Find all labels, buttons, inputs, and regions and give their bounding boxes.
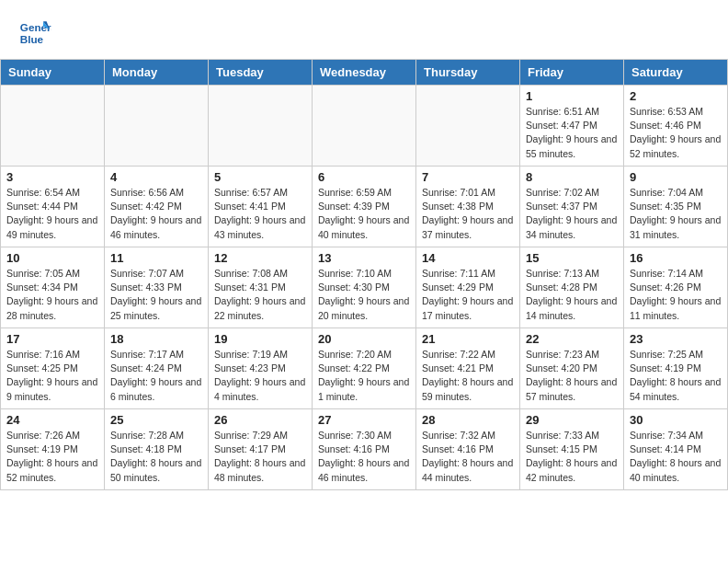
calendar-cell bbox=[209, 86, 313, 167]
weekday-header-saturday: Saturday bbox=[624, 60, 728, 86]
calendar-cell bbox=[416, 86, 520, 167]
calendar-cell: 11Sunrise: 7:07 AM Sunset: 4:33 PM Dayli… bbox=[105, 247, 209, 328]
calendar-cell: 7Sunrise: 7:01 AM Sunset: 4:38 PM Daylig… bbox=[416, 167, 520, 247]
calendar-cell: 20Sunrise: 7:20 AM Sunset: 4:22 PM Dayli… bbox=[313, 328, 416, 409]
week-row-4: 17Sunrise: 7:16 AM Sunset: 4:25 PM Dayli… bbox=[1, 328, 728, 409]
day-info: Sunrise: 6:59 AM Sunset: 4:39 PM Dayligh… bbox=[318, 186, 410, 242]
day-info: Sunrise: 6:56 AM Sunset: 4:42 PM Dayligh… bbox=[110, 186, 202, 242]
calendar-cell: 15Sunrise: 7:13 AM Sunset: 4:28 PM Dayli… bbox=[520, 247, 624, 328]
calendar-table: SundayMondayTuesdayWednesdayThursdayFrid… bbox=[0, 59, 728, 490]
day-number: 4 bbox=[110, 170, 202, 184]
calendar-cell: 17Sunrise: 7:16 AM Sunset: 4:25 PM Dayli… bbox=[1, 328, 105, 409]
calendar-cell: 30Sunrise: 7:34 AM Sunset: 4:14 PM Dayli… bbox=[624, 409, 728, 490]
day-number: 5 bbox=[214, 170, 306, 184]
day-info: Sunrise: 6:51 AM Sunset: 4:47 PM Dayligh… bbox=[526, 105, 618, 161]
day-info: Sunrise: 7:04 AM Sunset: 4:35 PM Dayligh… bbox=[630, 186, 722, 242]
day-number: 2 bbox=[630, 89, 722, 103]
day-info: Sunrise: 7:34 AM Sunset: 4:14 PM Dayligh… bbox=[630, 429, 722, 485]
day-info: Sunrise: 7:26 AM Sunset: 4:19 PM Dayligh… bbox=[6, 429, 98, 485]
day-number: 24 bbox=[6, 413, 98, 427]
day-number: 1 bbox=[526, 89, 618, 103]
day-number: 13 bbox=[318, 251, 410, 265]
week-row-3: 10Sunrise: 7:05 AM Sunset: 4:34 PM Dayli… bbox=[1, 247, 728, 328]
day-info: Sunrise: 7:30 AM Sunset: 4:16 PM Dayligh… bbox=[318, 429, 410, 485]
day-number: 29 bbox=[526, 413, 618, 427]
day-number: 8 bbox=[526, 170, 618, 184]
calendar-cell: 10Sunrise: 7:05 AM Sunset: 4:34 PM Dayli… bbox=[1, 247, 105, 328]
day-number: 20 bbox=[318, 332, 410, 346]
day-number: 26 bbox=[214, 413, 306, 427]
weekday-header-tuesday: Tuesday bbox=[209, 60, 313, 86]
day-number: 22 bbox=[526, 332, 618, 346]
day-info: Sunrise: 6:54 AM Sunset: 4:44 PM Dayligh… bbox=[6, 186, 98, 242]
day-info: Sunrise: 7:05 AM Sunset: 4:34 PM Dayligh… bbox=[6, 267, 98, 323]
day-number: 6 bbox=[318, 170, 410, 184]
calendar-cell: 8Sunrise: 7:02 AM Sunset: 4:37 PM Daylig… bbox=[520, 167, 624, 247]
weekday-header-thursday: Thursday bbox=[416, 60, 520, 86]
day-number: 30 bbox=[630, 413, 722, 427]
calendar-cell: 9Sunrise: 7:04 AM Sunset: 4:35 PM Daylig… bbox=[624, 167, 728, 247]
week-row-1: 1Sunrise: 6:51 AM Sunset: 4:47 PM Daylig… bbox=[1, 86, 728, 167]
day-info: Sunrise: 7:11 AM Sunset: 4:29 PM Dayligh… bbox=[422, 267, 514, 323]
calendar-cell: 3Sunrise: 6:54 AM Sunset: 4:44 PM Daylig… bbox=[1, 167, 105, 247]
day-info: Sunrise: 7:02 AM Sunset: 4:37 PM Dayligh… bbox=[526, 186, 618, 242]
day-number: 15 bbox=[526, 251, 618, 265]
calendar-cell bbox=[313, 86, 416, 167]
calendar-cell: 18Sunrise: 7:17 AM Sunset: 4:24 PM Dayli… bbox=[105, 328, 209, 409]
day-info: Sunrise: 7:16 AM Sunset: 4:25 PM Dayligh… bbox=[6, 348, 98, 404]
day-number: 9 bbox=[630, 170, 722, 184]
calendar-cell: 16Sunrise: 7:14 AM Sunset: 4:26 PM Dayli… bbox=[624, 247, 728, 328]
day-info: Sunrise: 7:29 AM Sunset: 4:17 PM Dayligh… bbox=[214, 429, 306, 485]
day-info: Sunrise: 6:53 AM Sunset: 4:46 PM Dayligh… bbox=[630, 105, 722, 161]
calendar-cell: 14Sunrise: 7:11 AM Sunset: 4:29 PM Dayli… bbox=[416, 247, 520, 328]
calendar-cell: 29Sunrise: 7:33 AM Sunset: 4:15 PM Dayli… bbox=[520, 409, 624, 490]
day-number: 12 bbox=[214, 251, 306, 265]
calendar-cell: 25Sunrise: 7:28 AM Sunset: 4:18 PM Dayli… bbox=[105, 409, 209, 490]
calendar-cell: 1Sunrise: 6:51 AM Sunset: 4:47 PM Daylig… bbox=[520, 86, 624, 167]
calendar-cell: 28Sunrise: 7:32 AM Sunset: 4:16 PM Dayli… bbox=[416, 409, 520, 490]
calendar-cell: 24Sunrise: 7:26 AM Sunset: 4:19 PM Dayli… bbox=[1, 409, 105, 490]
day-info: Sunrise: 7:25 AM Sunset: 4:19 PM Dayligh… bbox=[630, 348, 722, 404]
day-number: 3 bbox=[6, 170, 98, 184]
calendar-cell: 22Sunrise: 7:23 AM Sunset: 4:20 PM Dayli… bbox=[520, 328, 624, 409]
day-number: 28 bbox=[422, 413, 514, 427]
calendar-cell: 19Sunrise: 7:19 AM Sunset: 4:23 PM Dayli… bbox=[209, 328, 313, 409]
day-number: 17 bbox=[6, 332, 98, 346]
calendar-cell: 4Sunrise: 6:56 AM Sunset: 4:42 PM Daylig… bbox=[105, 167, 209, 247]
calendar-cell bbox=[105, 86, 209, 167]
day-number: 7 bbox=[422, 170, 514, 184]
weekday-header-wednesday: Wednesday bbox=[313, 60, 416, 86]
day-info: Sunrise: 7:14 AM Sunset: 4:26 PM Dayligh… bbox=[630, 267, 722, 323]
day-info: Sunrise: 7:22 AM Sunset: 4:21 PM Dayligh… bbox=[422, 348, 514, 404]
calendar-cell: 13Sunrise: 7:10 AM Sunset: 4:30 PM Dayli… bbox=[313, 247, 416, 328]
day-info: Sunrise: 7:23 AM Sunset: 4:20 PM Dayligh… bbox=[526, 348, 618, 404]
day-info: Sunrise: 7:13 AM Sunset: 4:28 PM Dayligh… bbox=[526, 267, 618, 323]
day-number: 18 bbox=[110, 332, 202, 346]
day-info: Sunrise: 7:01 AM Sunset: 4:38 PM Dayligh… bbox=[422, 186, 514, 242]
day-info: Sunrise: 6:57 AM Sunset: 4:41 PM Dayligh… bbox=[214, 186, 306, 242]
svg-text:Blue: Blue bbox=[20, 33, 44, 45]
day-info: Sunrise: 7:08 AM Sunset: 4:31 PM Dayligh… bbox=[214, 267, 306, 323]
logo: General Blue bbox=[18, 15, 53, 48]
calendar-cell: 12Sunrise: 7:08 AM Sunset: 4:31 PM Dayli… bbox=[209, 247, 313, 328]
logo-icon: General Blue bbox=[18, 15, 51, 48]
day-number: 11 bbox=[110, 251, 202, 265]
calendar-cell: 2Sunrise: 6:53 AM Sunset: 4:46 PM Daylig… bbox=[624, 86, 728, 167]
weekday-header-sunday: Sunday bbox=[1, 60, 105, 86]
week-row-5: 24Sunrise: 7:26 AM Sunset: 4:19 PM Dayli… bbox=[1, 409, 728, 490]
day-info: Sunrise: 7:07 AM Sunset: 4:33 PM Dayligh… bbox=[110, 267, 202, 323]
day-number: 14 bbox=[422, 251, 514, 265]
weekday-header-friday: Friday bbox=[520, 60, 624, 86]
calendar-cell: 26Sunrise: 7:29 AM Sunset: 4:17 PM Dayli… bbox=[209, 409, 313, 490]
day-info: Sunrise: 7:19 AM Sunset: 4:23 PM Dayligh… bbox=[214, 348, 306, 404]
day-number: 27 bbox=[318, 413, 410, 427]
week-row-2: 3Sunrise: 6:54 AM Sunset: 4:44 PM Daylig… bbox=[1, 167, 728, 247]
day-number: 10 bbox=[6, 251, 98, 265]
calendar-cell: 27Sunrise: 7:30 AM Sunset: 4:16 PM Dayli… bbox=[313, 409, 416, 490]
day-info: Sunrise: 7:17 AM Sunset: 4:24 PM Dayligh… bbox=[110, 348, 202, 404]
calendar-cell: 5Sunrise: 6:57 AM Sunset: 4:41 PM Daylig… bbox=[209, 167, 313, 247]
calendar-cell bbox=[1, 86, 105, 167]
page-header: General Blue bbox=[0, 0, 728, 52]
calendar-cell: 23Sunrise: 7:25 AM Sunset: 4:19 PM Dayli… bbox=[624, 328, 728, 409]
day-info: Sunrise: 7:20 AM Sunset: 4:22 PM Dayligh… bbox=[318, 348, 410, 404]
